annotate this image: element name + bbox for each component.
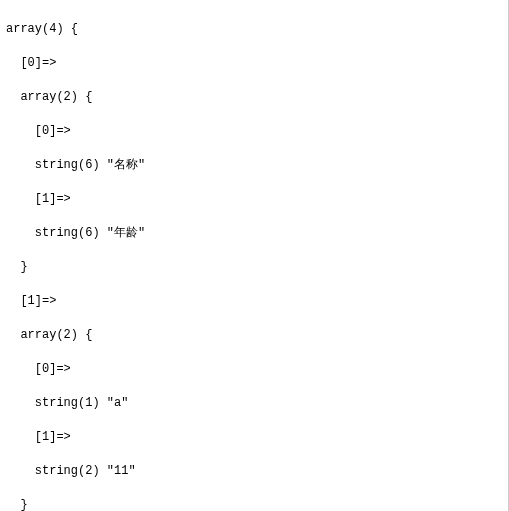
dump-line: string(1) "a" (6, 395, 502, 412)
var-dump-output: array(4) { [0]=> array(2) { [0]=> string… (0, 0, 509, 511)
dump-line: array(2) { (6, 327, 502, 344)
dump-line: string(6) "年龄" (6, 225, 502, 242)
dump-line: [1]=> (6, 429, 502, 446)
dump-line: [0]=> (6, 123, 502, 140)
dump-line: string(6) "名称" (6, 157, 502, 174)
dump-line: array(4) { (6, 21, 502, 38)
dump-line: [1]=> (6, 293, 502, 310)
dump-line: [0]=> (6, 361, 502, 378)
dump-line: } (6, 259, 502, 276)
dump-line: string(2) "11" (6, 463, 502, 480)
dump-line: array(2) { (6, 89, 502, 106)
dump-line: } (6, 497, 502, 511)
dump-line: [1]=> (6, 191, 502, 208)
dump-line: [0]=> (6, 55, 502, 72)
